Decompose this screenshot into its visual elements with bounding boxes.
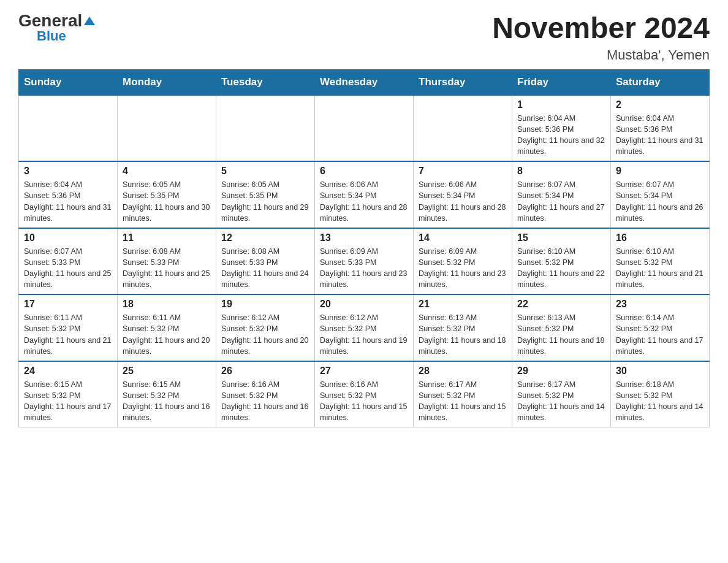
calendar-cell-w1-d2 bbox=[118, 95, 216, 162]
calendar-cell-w3-d6: 15Sunrise: 6:10 AM Sunset: 5:32 PM Dayli… bbox=[512, 228, 611, 295]
calendar-cell-w2-d5: 7Sunrise: 6:06 AM Sunset: 5:34 PM Daylig… bbox=[414, 161, 512, 228]
logo-blue-text: Blue bbox=[37, 28, 66, 44]
day-info: Sunrise: 6:13 AM Sunset: 5:32 PM Dayligh… bbox=[419, 312, 507, 357]
calendar-cell-w2-d7: 9Sunrise: 6:07 AM Sunset: 5:34 PM Daylig… bbox=[611, 161, 710, 228]
page-header: General Blue November 2024 Mustaba', Yem… bbox=[18, 12, 710, 63]
day-info: Sunrise: 6:16 AM Sunset: 5:32 PM Dayligh… bbox=[320, 379, 408, 424]
day-number: 30 bbox=[616, 366, 704, 377]
day-number: 9 bbox=[616, 166, 704, 177]
day-number: 10 bbox=[24, 232, 112, 243]
calendar-cell-w3-d3: 12Sunrise: 6:08 AM Sunset: 5:33 PM Dayli… bbox=[216, 228, 315, 295]
day-info: Sunrise: 6:07 AM Sunset: 5:34 PM Dayligh… bbox=[616, 179, 704, 224]
day-info: Sunrise: 6:04 AM Sunset: 5:36 PM Dayligh… bbox=[517, 113, 605, 158]
day-info: Sunrise: 6:12 AM Sunset: 5:32 PM Dayligh… bbox=[221, 312, 309, 357]
day-number: 8 bbox=[517, 166, 605, 177]
logo: General Blue bbox=[18, 12, 95, 44]
day-number: 24 bbox=[24, 366, 112, 377]
calendar-cell-w5-d2: 25Sunrise: 6:15 AM Sunset: 5:32 PM Dayli… bbox=[118, 361, 216, 427]
day-info: Sunrise: 6:08 AM Sunset: 5:33 PM Dayligh… bbox=[123, 246, 211, 291]
day-info: Sunrise: 6:04 AM Sunset: 5:36 PM Dayligh… bbox=[616, 113, 704, 158]
day-info: Sunrise: 6:14 AM Sunset: 5:32 PM Dayligh… bbox=[616, 312, 704, 357]
calendar-cell-w5-d1: 24Sunrise: 6:15 AM Sunset: 5:32 PM Dayli… bbox=[19, 361, 118, 427]
calendar-table: Sunday Monday Tuesday Wednesday Thursday… bbox=[18, 69, 710, 428]
day-info: Sunrise: 6:06 AM Sunset: 5:34 PM Dayligh… bbox=[419, 179, 507, 224]
day-info: Sunrise: 6:15 AM Sunset: 5:32 PM Dayligh… bbox=[123, 379, 211, 424]
header-friday: Friday bbox=[512, 69, 611, 95]
location-subtitle: Mustaba', Yemen bbox=[492, 47, 710, 63]
day-info: Sunrise: 6:05 AM Sunset: 5:35 PM Dayligh… bbox=[221, 179, 309, 224]
day-number: 1 bbox=[517, 99, 605, 110]
calendar-cell-w5-d3: 26Sunrise: 6:16 AM Sunset: 5:32 PM Dayli… bbox=[216, 361, 315, 427]
day-number: 22 bbox=[517, 299, 605, 310]
day-info: Sunrise: 6:11 AM Sunset: 5:32 PM Dayligh… bbox=[123, 312, 211, 357]
calendar-cell-w4-d6: 22Sunrise: 6:13 AM Sunset: 5:32 PM Dayli… bbox=[512, 294, 611, 361]
day-number: 21 bbox=[419, 299, 507, 310]
calendar-cell-w1-d4 bbox=[315, 95, 414, 162]
header-sunday: Sunday bbox=[19, 69, 118, 95]
day-info: Sunrise: 6:18 AM Sunset: 5:32 PM Dayligh… bbox=[616, 379, 704, 424]
day-info: Sunrise: 6:09 AM Sunset: 5:33 PM Dayligh… bbox=[320, 246, 408, 291]
day-number: 15 bbox=[517, 232, 605, 243]
week-row-5: 24Sunrise: 6:15 AM Sunset: 5:32 PM Dayli… bbox=[19, 361, 710, 427]
logo-triangle-icon bbox=[84, 17, 95, 25]
day-info: Sunrise: 6:10 AM Sunset: 5:32 PM Dayligh… bbox=[517, 246, 605, 291]
calendar-cell-w2-d4: 6Sunrise: 6:06 AM Sunset: 5:34 PM Daylig… bbox=[315, 161, 414, 228]
day-info: Sunrise: 6:16 AM Sunset: 5:32 PM Dayligh… bbox=[221, 379, 309, 424]
week-row-3: 10Sunrise: 6:07 AM Sunset: 5:33 PM Dayli… bbox=[19, 228, 710, 295]
calendar-cell-w1-d5 bbox=[414, 95, 512, 162]
week-row-2: 3Sunrise: 6:04 AM Sunset: 5:36 PM Daylig… bbox=[19, 161, 710, 228]
day-info: Sunrise: 6:11 AM Sunset: 5:32 PM Dayligh… bbox=[24, 312, 112, 357]
day-info: Sunrise: 6:09 AM Sunset: 5:32 PM Dayligh… bbox=[419, 246, 507, 291]
day-info: Sunrise: 6:10 AM Sunset: 5:32 PM Dayligh… bbox=[616, 246, 704, 291]
day-info: Sunrise: 6:17 AM Sunset: 5:32 PM Dayligh… bbox=[517, 379, 605, 424]
header-wednesday: Wednesday bbox=[315, 69, 414, 95]
title-area: November 2024 Mustaba', Yemen bbox=[492, 12, 710, 63]
day-number: 7 bbox=[419, 166, 507, 177]
calendar-cell-w1-d1 bbox=[19, 95, 118, 162]
day-info: Sunrise: 6:07 AM Sunset: 5:33 PM Dayligh… bbox=[24, 246, 112, 291]
calendar-cell-w4-d4: 20Sunrise: 6:12 AM Sunset: 5:32 PM Dayli… bbox=[315, 294, 414, 361]
day-number: 29 bbox=[517, 366, 605, 377]
calendar-cell-w2-d3: 5Sunrise: 6:05 AM Sunset: 5:35 PM Daylig… bbox=[216, 161, 315, 228]
calendar-cell-w5-d7: 30Sunrise: 6:18 AM Sunset: 5:32 PM Dayli… bbox=[611, 361, 710, 427]
day-info: Sunrise: 6:06 AM Sunset: 5:34 PM Dayligh… bbox=[320, 179, 408, 224]
day-number: 14 bbox=[419, 232, 507, 243]
day-info: Sunrise: 6:15 AM Sunset: 5:32 PM Dayligh… bbox=[24, 379, 112, 424]
calendar-cell-w4-d3: 19Sunrise: 6:12 AM Sunset: 5:32 PM Dayli… bbox=[216, 294, 315, 361]
calendar-cell-w1-d6: 1Sunrise: 6:04 AM Sunset: 5:36 PM Daylig… bbox=[512, 95, 611, 162]
calendar-cell-w3-d2: 11Sunrise: 6:08 AM Sunset: 5:33 PM Dayli… bbox=[118, 228, 216, 295]
calendar-cell-w5-d6: 29Sunrise: 6:17 AM Sunset: 5:32 PM Dayli… bbox=[512, 361, 611, 427]
calendar-cell-w4-d7: 23Sunrise: 6:14 AM Sunset: 5:32 PM Dayli… bbox=[611, 294, 710, 361]
day-number: 17 bbox=[24, 299, 112, 310]
day-number: 28 bbox=[419, 366, 507, 377]
calendar-cell-w2-d2: 4Sunrise: 6:05 AM Sunset: 5:35 PM Daylig… bbox=[118, 161, 216, 228]
day-number: 4 bbox=[123, 166, 211, 177]
calendar-cell-w4-d2: 18Sunrise: 6:11 AM Sunset: 5:32 PM Dayli… bbox=[118, 294, 216, 361]
header-thursday: Thursday bbox=[414, 69, 512, 95]
day-number: 25 bbox=[123, 366, 211, 377]
calendar-cell-w1-d3 bbox=[216, 95, 315, 162]
calendar-cell-w1-d7: 2Sunrise: 6:04 AM Sunset: 5:36 PM Daylig… bbox=[611, 95, 710, 162]
day-number: 27 bbox=[320, 366, 408, 377]
day-number: 12 bbox=[221, 232, 309, 243]
day-number: 5 bbox=[221, 166, 309, 177]
calendar-cell-w3-d7: 16Sunrise: 6:10 AM Sunset: 5:32 PM Dayli… bbox=[611, 228, 710, 295]
header-saturday: Saturday bbox=[611, 69, 710, 95]
day-number: 11 bbox=[123, 232, 211, 243]
weekday-header-row: Sunday Monday Tuesday Wednesday Thursday… bbox=[19, 69, 710, 95]
week-row-1: 1Sunrise: 6:04 AM Sunset: 5:36 PM Daylig… bbox=[19, 95, 710, 162]
logo-general-text: General bbox=[18, 12, 95, 29]
day-number: 18 bbox=[123, 299, 211, 310]
day-number: 20 bbox=[320, 299, 408, 310]
day-info: Sunrise: 6:07 AM Sunset: 5:34 PM Dayligh… bbox=[517, 179, 605, 224]
day-info: Sunrise: 6:12 AM Sunset: 5:32 PM Dayligh… bbox=[320, 312, 408, 357]
day-info: Sunrise: 6:08 AM Sunset: 5:33 PM Dayligh… bbox=[221, 246, 309, 291]
day-number: 13 bbox=[320, 232, 408, 243]
day-number: 16 bbox=[616, 232, 704, 243]
header-tuesday: Tuesday bbox=[216, 69, 315, 95]
month-title: November 2024 bbox=[492, 12, 710, 45]
day-info: Sunrise: 6:17 AM Sunset: 5:32 PM Dayligh… bbox=[419, 379, 507, 424]
day-number: 6 bbox=[320, 166, 408, 177]
calendar-cell-w4-d5: 21Sunrise: 6:13 AM Sunset: 5:32 PM Dayli… bbox=[414, 294, 512, 361]
calendar-cell-w5-d4: 27Sunrise: 6:16 AM Sunset: 5:32 PM Dayli… bbox=[315, 361, 414, 427]
